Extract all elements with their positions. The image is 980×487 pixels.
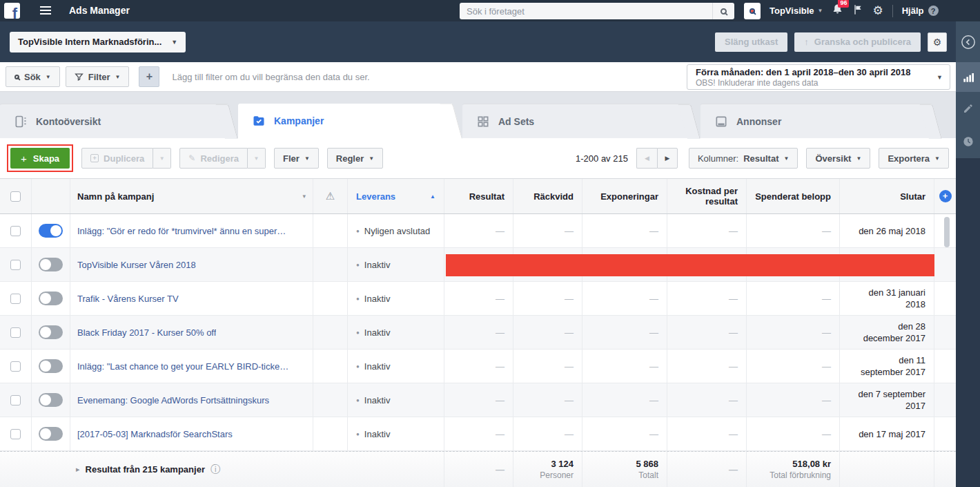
row-checkbox[interactable]: [10, 226, 21, 236]
select-all-checkbox[interactable]: [0, 179, 32, 213]
delivery-status: ● Inaktiv: [348, 316, 444, 349]
cell-cost-per-result: —: [667, 282, 747, 315]
global-search-input[interactable]: [460, 6, 712, 17]
gear-icon: ⚙: [933, 37, 942, 48]
campaign-toggle[interactable]: [39, 292, 63, 305]
plus-icon: +: [21, 153, 27, 164]
row-checkbox[interactable]: [10, 294, 21, 304]
cell-results: —: [444, 350, 513, 383]
top-nav-right: TopVisible ▼ 96 ⚙ Hjälp ?: [744, 0, 939, 21]
cell-impressions: —: [582, 383, 667, 417]
prev-page-button[interactable]: ◀: [636, 148, 657, 169]
ad-sets-grid-icon: [476, 115, 490, 128]
campaign-toggle[interactable]: [39, 427, 63, 441]
date-range-selector[interactable]: Förra månaden: den 1 april 2018–den 30 a…: [687, 64, 950, 90]
row-checkbox[interactable]: [10, 429, 21, 439]
columns-dropdown[interactable]: Kolumner: Resultat ▼: [689, 148, 798, 169]
row-checkbox[interactable]: [10, 395, 21, 405]
row-checkbox[interactable]: [10, 260, 21, 270]
campaign-name-link[interactable]: Inlägg: "Last chance to get your EARLY B…: [77, 361, 288, 372]
annotation-highlight: + Skapa: [7, 144, 73, 172]
cell-ends: den 7 september 2017: [840, 383, 934, 417]
search-filter-button[interactable]: Sök ▼: [6, 66, 60, 87]
breakdown-dropdown[interactable]: Översikt ▼: [806, 148, 870, 169]
header-amount-spent[interactable]: Spenderat belopp: [747, 179, 840, 213]
campaign-name-link[interactable]: Evenemang: Google AdWords Fortsättningsk…: [77, 395, 269, 405]
cell-reach: —: [513, 316, 582, 349]
header-cost-per-result[interactable]: Kostnad per resultat: [667, 179, 747, 213]
cell-amount-spent: —: [747, 383, 840, 417]
tab-ad-sets[interactable]: Ad Sets: [462, 104, 690, 138]
add-filter-button[interactable]: +: [139, 66, 159, 87]
history-panel-button[interactable]: [956, 125, 980, 158]
filter-button[interactable]: Filter ▼: [66, 66, 130, 87]
account-switcher[interactable]: TopVisible ▼: [770, 6, 823, 16]
header-name[interactable]: Namn på kampanj ▾: [70, 179, 313, 213]
delivery-status: ● Inaktiv: [348, 383, 444, 417]
facebook-logo-icon[interactable]: f: [4, 3, 20, 19]
duplicate-button[interactable]: + Duplicera: [81, 148, 153, 169]
duplicate-icon: +: [90, 154, 99, 162]
edit-button[interactable]: ✎ Redigera: [179, 148, 248, 169]
cell-impressions: —: [582, 417, 667, 450]
cell-ends: den 17 maj 2017: [840, 417, 934, 450]
campaign-toggle[interactable]: [39, 224, 63, 238]
review-publish-button[interactable]: ↑ Granska och publicera: [794, 32, 921, 52]
divider: [892, 5, 893, 17]
help-button[interactable]: Hjälp ?: [902, 6, 939, 16]
table-row: [2017-05-03] Marknadsför SearchStars ● I…: [0, 417, 956, 451]
header-ends[interactable]: Slutar: [840, 179, 934, 213]
account-logo-icon[interactable]: [744, 3, 761, 19]
settings-button[interactable]: ⚙: [872, 5, 883, 17]
table-scrollbar-thumb[interactable]: [944, 217, 950, 247]
summary-label: Resultat från 215 kampanjer: [86, 464, 205, 475]
create-button[interactable]: + Skapa: [10, 148, 70, 169]
notifications-button[interactable]: 96: [832, 3, 843, 18]
next-page-button[interactable]: ▶: [657, 148, 678, 169]
campaign-toggle[interactable]: [39, 359, 63, 373]
expand-arrow-icon[interactable]: ▸: [76, 465, 80, 474]
tab-ads[interactable]: Annonser: [700, 104, 932, 138]
collapse-panel-button[interactable]: [956, 21, 980, 62]
ad-account-dropdown[interactable]: TopVisible Intern Marknadsförin... ▼: [10, 32, 186, 52]
export-dropdown[interactable]: Exportera ▼: [879, 148, 949, 169]
info-icon[interactable]: ⓘ: [210, 464, 220, 476]
table-row: Trafik - Vårens Kurser TV ● Inaktiv — — …: [0, 282, 956, 316]
add-column-button[interactable]: +: [934, 179, 956, 213]
duplicate-menu-button[interactable]: ▼: [153, 148, 171, 169]
edit-split-button: ✎ Redigera ▼: [179, 148, 266, 169]
header-reach[interactable]: Räckvidd: [513, 179, 582, 213]
row-checkbox[interactable]: [10, 361, 21, 372]
campaign-name-link[interactable]: Inlägg: "Gör er redo för *trumvirvel* än…: [77, 226, 286, 236]
campaign-toggle[interactable]: [39, 393, 63, 407]
tab-campaigns[interactable]: Kampanjer: [238, 104, 452, 138]
chevron-down-icon: ▼: [934, 155, 940, 162]
discard-draft-button[interactable]: Släng utkast: [715, 32, 787, 52]
header-impressions[interactable]: Exponeringar: [582, 179, 667, 213]
campaign-toggle[interactable]: [39, 258, 63, 271]
campaigns-table: Namn på kampanj ▾ ⚠ Leverans ▲ Resultat …: [0, 178, 956, 487]
campaign-toggle[interactable]: [39, 325, 63, 339]
hamburger-menu-icon[interactable]: [40, 6, 51, 15]
account-name: TopVisible: [770, 6, 814, 16]
campaign-name-link[interactable]: Trafik - Vårens Kurser TV: [77, 294, 179, 304]
total-impressions: 5 868 Totalt: [582, 452, 667, 487]
cell-results: —: [444, 282, 513, 315]
campaign-name-link[interactable]: Black Friday 2017 - Kurser 50% off: [77, 327, 216, 338]
header-issues[interactable]: ⚠: [313, 179, 348, 213]
edit-panel-button[interactable]: [956, 92, 980, 125]
pages-feed-button[interactable]: [852, 4, 863, 18]
campaign-name-link[interactable]: TopVisible Kurser Våren 2018: [77, 260, 196, 270]
more-button[interactable]: Fler ▼: [274, 148, 319, 169]
rules-button[interactable]: Regler ▼: [327, 148, 383, 169]
header-results[interactable]: Resultat: [444, 179, 513, 213]
row-checkbox[interactable]: [10, 327, 21, 338]
edit-menu-button[interactable]: ▼: [248, 148, 266, 169]
settings-gear-button[interactable]: ⚙: [928, 32, 947, 52]
header-delivery[interactable]: Leverans ▲: [348, 179, 444, 213]
tab-account-overview[interactable]: Kontoöversikt: [0, 104, 228, 138]
campaign-name-link[interactable]: [2017-05-03] Marknadsför SearchStars: [77, 429, 233, 439]
performance-charts-button[interactable]: [956, 62, 980, 92]
search-icon[interactable]: [712, 3, 734, 19]
notification-badge: 96: [838, 0, 849, 8]
